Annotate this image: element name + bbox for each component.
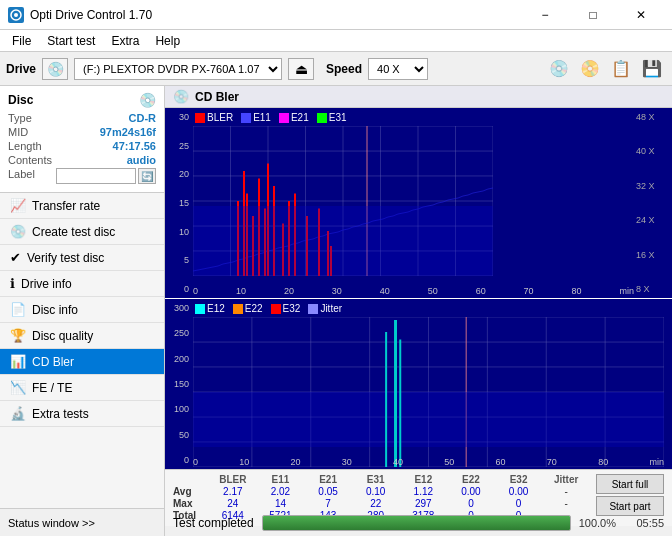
minimize-button[interactable]: −: [522, 0, 568, 30]
y-label-15: 15: [167, 198, 191, 208]
nav-icon-extra-tests: 🔬: [10, 406, 26, 421]
speed-label: Speed: [326, 62, 362, 76]
y-right-24x: 24 X: [636, 215, 670, 225]
drive-icon-btn: 💿: [42, 58, 68, 80]
x-unit: min: [619, 286, 634, 296]
chart-top-legend: BLER E11 E21 E31: [195, 112, 347, 123]
stats-avg-jitter: -: [542, 486, 590, 497]
legend-e31: E31: [317, 112, 347, 123]
chart-bottom-legend: E12 E22 E32 Jitter: [195, 303, 342, 314]
disc-mid-label: MID: [8, 126, 28, 138]
status-window-button[interactable]: Status window >>: [0, 509, 165, 536]
legend-e11: E11: [241, 112, 271, 123]
stats-max-jitter: -: [542, 498, 590, 509]
x2-label-20: 20: [291, 457, 301, 467]
nav-item-create-test-disc[interactable]: 💿Create test disc: [0, 219, 164, 245]
eject-button[interactable]: ⏏: [288, 58, 314, 80]
x2-label-10: 10: [239, 457, 249, 467]
y-label-200: 200: [167, 354, 191, 364]
stats-avg-row: Avg 2.17 2.02 0.05 0.10 1.12 0.00 0.00 -: [173, 486, 590, 497]
disc-label-refresh-btn[interactable]: 🔄: [138, 168, 156, 184]
menu-extra[interactable]: Extra: [103, 32, 147, 50]
stats-avg-e21: 0.05: [304, 486, 352, 497]
disc-mid-row: MID 97m24s16f: [8, 126, 156, 138]
titlebar-controls: − □ ✕: [522, 0, 664, 30]
stats-max-row: Max 24 14 7 22 297 0 0 -: [173, 498, 590, 509]
nav-item-verify-test-disc[interactable]: ✔Verify test disc: [0, 245, 164, 271]
disc-panel: Disc 💿 Type CD-R MID 97m24s16f Length 47…: [0, 86, 164, 193]
disc-contents-label: Contents: [8, 154, 52, 166]
disc-type-row: Type CD-R: [8, 112, 156, 124]
disc-type-label: Type: [8, 112, 32, 124]
toolbar-disc-btn[interactable]: 💿: [545, 56, 573, 82]
y-label-0b: 0: [167, 455, 191, 465]
legend-e22: E22: [233, 303, 263, 314]
nav-label-disc-info: Disc info: [32, 303, 78, 317]
nav-item-extra-tests[interactable]: 🔬Extra tests: [0, 401, 164, 427]
chart-top-svg: [193, 126, 493, 276]
start-part-button[interactable]: Start part: [596, 496, 664, 516]
nav-item-disc-info[interactable]: 📄Disc info: [0, 297, 164, 323]
y-label-300: 300: [167, 303, 191, 313]
menu-file[interactable]: File: [4, 32, 39, 50]
chart-top: BLER E11 E21 E31 30 25 20 15 10 5 0: [165, 108, 672, 298]
y-right-48x: 48 X: [636, 112, 670, 122]
nav-item-transfer-rate[interactable]: 📈Transfer rate: [0, 193, 164, 219]
drive-select[interactable]: (F:) PLEXTOR DVDR PX-760A 1.07: [74, 58, 282, 80]
svg-rect-34: [193, 206, 493, 276]
stats-avg-e11: 2.02: [257, 486, 305, 497]
nav-label-disc-quality: Disc quality: [32, 329, 93, 343]
menu-help[interactable]: Help: [147, 32, 188, 50]
nav-item-fe-te[interactable]: 📉FE / TE: [0, 375, 164, 401]
toolbar-disc2-btn[interactable]: 📀: [576, 56, 604, 82]
nav-icon-create-test-disc: 💿: [10, 224, 26, 239]
progress-text: 100.0%: [579, 517, 616, 529]
maximize-button[interactable]: □: [570, 0, 616, 30]
start-full-button[interactable]: Start full: [596, 474, 664, 494]
chart-bottom-y-axis: 300 250 200 150 100 50 0: [165, 299, 193, 469]
content-area: 💿 CD Bler BLER E11 E21 E31 30 25 20 1: [165, 86, 672, 508]
chart-top-y-axis-right: 48 X 40 X 32 X 24 X 16 X 8 X: [634, 108, 672, 298]
nav-item-cd-bler[interactable]: 📊CD Bler: [0, 349, 164, 375]
x2-label-80: 80: [598, 457, 608, 467]
disc-label-input[interactable]: [56, 168, 136, 184]
nav-icon-verify-test-disc: ✔: [10, 250, 21, 265]
y-right-8x: 8 X: [636, 284, 670, 294]
panel-header: 💿 CD Bler: [165, 86, 672, 108]
toolbar-save-btn[interactable]: 💾: [638, 56, 666, 82]
x2-label-50: 50: [444, 457, 454, 467]
y-right-32x: 32 X: [636, 181, 670, 191]
nav-item-drive-info[interactable]: ℹDrive info: [0, 271, 164, 297]
y-label-5: 5: [167, 255, 191, 265]
y-label-50: 50: [167, 430, 191, 440]
legend-bler: BLER: [195, 112, 233, 123]
status-text: Test completed: [173, 516, 254, 530]
stats-header-e22: E22: [447, 474, 495, 485]
progress-bar-fill: [263, 516, 570, 530]
disc-label-label: Label: [8, 168, 35, 184]
titlebar-left: Opti Drive Control 1.70: [8, 7, 152, 23]
x-label-20: 20: [284, 286, 294, 296]
menu-start-test[interactable]: Start test: [39, 32, 103, 50]
y-label-0: 0: [167, 284, 191, 294]
nav-icon-drive-info: ℹ: [10, 276, 15, 291]
chart-bottom-x-axis: 0 10 20 30 40 50 60 70 80 min: [193, 457, 664, 467]
chart-bottom: E12 E22 E32 Jitter 300 250 200 150 100 5…: [165, 299, 672, 469]
speed-select[interactable]: 40 X: [368, 58, 428, 80]
stats-avg-e31: 0.10: [352, 486, 400, 497]
y-label-30: 30: [167, 112, 191, 122]
y-label-20: 20: [167, 169, 191, 179]
toolbar-copy-btn[interactable]: 📋: [607, 56, 635, 82]
nav-item-disc-quality[interactable]: 🏆Disc quality: [0, 323, 164, 349]
disc-panel-icon: 💿: [139, 92, 156, 108]
main-area: Disc 💿 Type CD-R MID 97m24s16f Length 47…: [0, 86, 672, 508]
svg-rect-52: [193, 392, 664, 447]
chart-top-x-axis: 0 10 20 30 40 50 60 70 80 min: [193, 286, 634, 296]
x2-unit: min: [649, 457, 664, 467]
stats-header-row: BLER E11 E21 E31 E12 E22 E32 Jitter: [173, 474, 590, 485]
stats-header-e12: E12: [400, 474, 448, 485]
x-label-10: 10: [236, 286, 246, 296]
stats-avg-bler: 2.17: [209, 486, 257, 497]
toolbar-icons: 💿 📀 📋 💾: [545, 56, 666, 82]
close-button[interactable]: ✕: [618, 0, 664, 30]
